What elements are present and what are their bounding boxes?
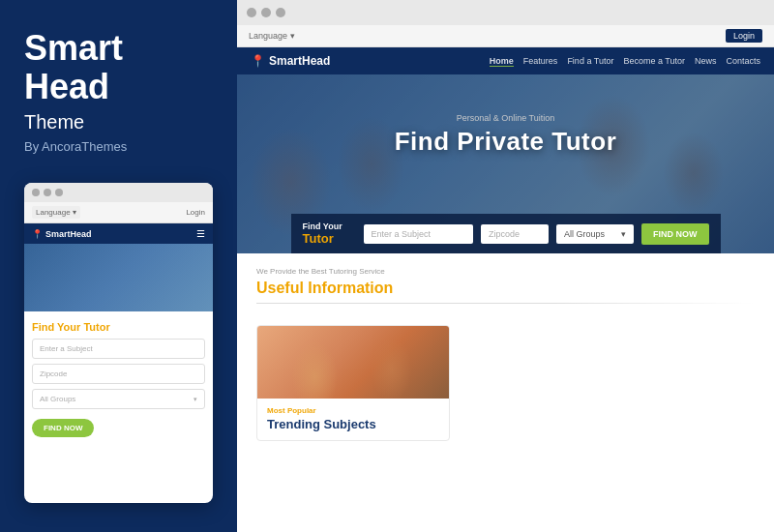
mini-top-bar: Language ▾ Login (24, 202, 213, 223)
mini-browser-mockup: Language ▾ Login 📍 SmartHead ☰ Find Your… (24, 183, 213, 503)
mini-logo-text: SmartHead (45, 229, 92, 239)
main-dot-2 (261, 8, 271, 17)
mini-select-arrow-icon: ▾ (194, 396, 197, 403)
search-find-label: Find Your Tutor (303, 222, 356, 246)
hero-sub-label: Personal & Online Tuition (395, 113, 617, 123)
mini-dot-yellow (44, 189, 51, 196)
mini-login-button[interactable]: Login (186, 208, 205, 217)
search-subject-input[interactable]: Enter a Subject (364, 224, 474, 244)
left-panel: Smart Head Theme By AncoraThemes Languag… (0, 0, 237, 532)
main-browser-bar (237, 0, 774, 25)
mini-browser-bar (24, 183, 213, 202)
mini-logo-icon: 📍 (32, 229, 43, 239)
main-language-selector[interactable]: Language ▾ (249, 31, 295, 41)
search-groups-arrow-icon: ▾ (621, 229, 626, 239)
hero-main-title: Find Private Tutor (395, 127, 617, 157)
search-find-your-text: Find Your (303, 222, 356, 231)
main-dot-3 (276, 8, 285, 17)
search-tutor-text: Tutor (303, 231, 356, 246)
main-logo-text: SmartHead (269, 54, 330, 68)
search-bar: Find Your Tutor Enter a Subject Zipcode … (291, 214, 721, 253)
section-title-plain: Useful (256, 280, 304, 296)
brand-subtitle: Theme (24, 111, 213, 133)
mini-hero-background (24, 244, 213, 311)
nav-link-contacts[interactable]: Contacts (726, 56, 760, 66)
trending-image-people (257, 326, 449, 399)
useful-information-section: We Provide the Best Tutoring Service Use… (237, 253, 774, 325)
main-top-utility-bar: Language ▾ Login (237, 25, 774, 47)
main-navigation: 📍 SmartHead Home Features Find a Tutor B… (237, 47, 774, 74)
mini-find-plain: Find Your (32, 321, 80, 333)
search-zipcode-input[interactable]: Zipcode (481, 224, 549, 244)
mini-find-tutor-box: Find Your Tutor Enter a Subject Zipcode … (24, 311, 213, 449)
section-divider (256, 303, 755, 304)
mini-dot-green (55, 189, 63, 196)
mini-find-title: Find Your Tutor (32, 321, 205, 333)
mini-find-now-button[interactable]: FIND NOW (32, 419, 94, 437)
main-logo-icon: 📍 (251, 54, 265, 68)
main-hero-section: Personal & Online Tuition Find Private T… (237, 74, 774, 253)
trending-section: Most Popular Trending Subjects (237, 325, 774, 455)
mini-dot-red (32, 189, 40, 196)
search-groups-select[interactable]: All Groups ▾ (556, 224, 634, 244)
trending-image (257, 326, 449, 399)
main-logo: 📍 SmartHead (251, 54, 330, 68)
section-sublabel: We Provide the Best Tutoring Service (256, 267, 755, 276)
section-title: Useful Information (256, 280, 755, 297)
mini-find-highlight: Tutor (83, 321, 109, 333)
mini-zipcode-input[interactable]: Zipcode (32, 364, 205, 384)
main-nav-links: Home Features Find a Tutor Become a Tuto… (490, 56, 760, 67)
mini-hero (24, 244, 213, 311)
trending-text: Most Popular Trending Subjects (257, 399, 449, 440)
nav-link-news[interactable]: News (695, 56, 717, 66)
main-login-button[interactable]: Login (726, 29, 762, 43)
trending-label: Most Popular (267, 406, 439, 415)
mini-groups-select[interactable]: All Groups ▾ (32, 389, 205, 409)
section-title-highlight: Information (308, 280, 393, 296)
hero-text-block: Personal & Online Tuition Find Private T… (395, 113, 617, 157)
trending-title: Trending Subjects (267, 417, 439, 432)
right-panel: Language ▾ Login 📍 SmartHead Home Featur… (237, 0, 774, 532)
mini-hamburger-icon[interactable]: ☰ (196, 228, 205, 239)
mini-groups-label: All Groups (40, 395, 75, 403)
mini-navigation: 📍 SmartHead ☰ (24, 223, 213, 244)
brand-title: Smart Head (24, 29, 213, 105)
trending-card: Most Popular Trending Subjects (256, 325, 450, 441)
mini-logo: 📍 SmartHead (32, 229, 92, 239)
nav-link-features[interactable]: Features (523, 56, 558, 66)
mini-language-selector[interactable]: Language ▾ (32, 206, 80, 219)
main-dot-1 (247, 8, 256, 17)
nav-link-find-tutor[interactable]: Find a Tutor (567, 56, 613, 66)
main-browser-mockup: Language ▾ Login 📍 SmartHead Home Featur… (237, 0, 774, 532)
search-groups-label: All Groups (564, 229, 605, 239)
search-find-now-button[interactable]: FIND NOW (641, 223, 709, 245)
brand-by: By AncoraThemes (24, 139, 213, 154)
mini-subject-input[interactable]: Enter a Subject (32, 339, 205, 359)
nav-link-home[interactable]: Home (490, 56, 514, 67)
nav-link-become-tutor[interactable]: Become a Tutor (623, 56, 685, 66)
